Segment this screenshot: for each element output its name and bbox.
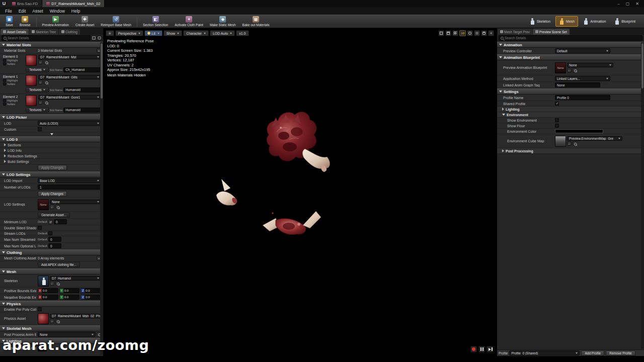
tab-asset-details[interactable]: Asset Details bbox=[1, 29, 29, 35]
scrollbar-thumb[interactable] bbox=[101, 43, 103, 99]
save-button[interactable]: Save bbox=[3, 16, 16, 27]
slot-name-field[interactable]: Humanoid bbox=[63, 108, 101, 113]
section-animation[interactable]: Animation bbox=[497, 42, 644, 48]
browse-to-asset-icon[interactable] bbox=[55, 205, 60, 209]
lod-settings-select[interactable]: None bbox=[50, 200, 101, 204]
menu-help[interactable]: Help bbox=[71, 9, 80, 14]
lod0-info-row[interactable]: LOD Info bbox=[0, 148, 103, 153]
subsection-environment[interactable]: Environment bbox=[497, 112, 644, 118]
lod0-reduction-row[interactable]: Reduction Settings bbox=[0, 153, 103, 159]
tab-preview-scene-settings[interactable]: Preview Scene Set bbox=[533, 29, 570, 35]
linked-anim-graph-tag-field[interactable]: None bbox=[555, 82, 600, 87]
bounds-y-field[interactable]: Y0.0 bbox=[59, 295, 80, 300]
browse-to-asset-icon[interactable] bbox=[573, 141, 577, 146]
minimize-button[interactable] bbox=[617, 2, 619, 6]
mode-mesh-button[interactable]: Mesh bbox=[555, 16, 578, 27]
skeleton-thumbnail[interactable] bbox=[38, 276, 49, 287]
tab-skeleton-tree[interactable]: Skeleton Tree bbox=[29, 29, 58, 35]
tab-clothing[interactable]: Clothing bbox=[59, 29, 80, 35]
lod0-build-row[interactable]: Build Settings bbox=[0, 159, 103, 164]
record-button[interactable] bbox=[470, 346, 477, 352]
profile-name-field[interactable]: Profile 0 bbox=[555, 95, 610, 100]
material-select[interactable]: D7_RaimeshMutant_Gills bbox=[38, 75, 101, 79]
browse-to-asset-icon[interactable] bbox=[573, 68, 577, 72]
preview-controller-select[interactable]: Default bbox=[555, 48, 610, 53]
use-selected-icon[interactable] bbox=[50, 319, 54, 323]
double-sided-shadow-checkbox[interactable] bbox=[38, 226, 42, 230]
make-static-mesh-button[interactable]: Make Static Mesh bbox=[207, 16, 238, 27]
mode-blueprint-button[interactable]: Blueprint bbox=[611, 16, 639, 27]
anim-bp-select[interactable]: None bbox=[567, 63, 613, 67]
filter-icon[interactable] bbox=[92, 36, 96, 40]
maximize-viewport-icon[interactable] bbox=[438, 30, 444, 36]
textures-button[interactable]: Textures bbox=[26, 107, 49, 113]
scrollbar-thumb[interactable] bbox=[641, 43, 643, 88]
section-lod-picker[interactable]: LOD Picker bbox=[0, 114, 103, 120]
step-forward-button[interactable] bbox=[487, 346, 493, 352]
section-lod-settings[interactable]: LOD Settings bbox=[0, 171, 103, 177]
apply-changes-button[interactable]: Apply Changes bbox=[38, 191, 67, 197]
remove-profile-button[interactable]: Remove Profile bbox=[606, 350, 635, 356]
textures-button[interactable]: Textures bbox=[26, 67, 49, 72]
material-thumbnail[interactable] bbox=[26, 75, 37, 86]
show-floor-checkbox[interactable] bbox=[555, 124, 559, 128]
physics-asset-thumbnail[interactable] bbox=[38, 313, 49, 324]
perspective-button[interactable]: Perspective bbox=[115, 30, 144, 36]
physics-asset-select[interactable]: D7_RaimeshMutant_Msh_02_Physics bbox=[50, 314, 101, 318]
lod-settings-thumbnail[interactable]: None bbox=[38, 199, 49, 210]
isolate-checkbox[interactable] bbox=[3, 103, 6, 106]
generate-asset-button[interactable]: Generate Asset... bbox=[38, 212, 70, 218]
section-clothing[interactable]: Clothing bbox=[0, 249, 103, 255]
isolate-checkbox[interactable] bbox=[3, 62, 6, 65]
browse-to-asset-icon[interactable] bbox=[44, 80, 48, 84]
shared-profile-checkbox[interactable] bbox=[555, 102, 559, 106]
isolate-checkbox[interactable] bbox=[3, 82, 6, 85]
window-tab-asset[interactable]: D7_RaimeshMutant_Msh_02 bbox=[42, 0, 105, 7]
use-selected-icon[interactable] bbox=[38, 60, 43, 64]
mesh-materials-hidden-toggle[interactable]: Mesh Materials Hidden bbox=[107, 73, 154, 78]
create-asset-button[interactable]: Create Asset bbox=[73, 16, 97, 27]
add-apex-clothing-button[interactable]: Add APEX clothing file... bbox=[38, 262, 80, 267]
show-menu-button[interactable]: Show bbox=[164, 30, 183, 36]
translate-snap-icon[interactable] bbox=[452, 30, 458, 36]
material-select[interactable]: D7_RaimeshMutant_Mst bbox=[38, 55, 101, 59]
menu-file[interactable]: File bbox=[5, 9, 12, 14]
textures-button[interactable]: Textures bbox=[26, 87, 49, 93]
lit-mode-button[interactable]: Lit bbox=[144, 30, 162, 36]
window-tab-level[interactable]: Bns-Sao-FD bbox=[8, 0, 42, 7]
section-material-slots[interactable]: Material Slots bbox=[0, 42, 103, 48]
material-thumbnail[interactable] bbox=[26, 95, 37, 106]
right-search-box[interactable] bbox=[499, 35, 642, 41]
preview-viewport[interactable]: Perspective Lit Show Character LOD Auto … bbox=[104, 28, 497, 356]
slot-name-field[interactable]: Humanoid bbox=[63, 87, 101, 93]
search-details-input[interactable] bbox=[505, 36, 640, 40]
post-process-anim-bp-select[interactable]: None bbox=[38, 332, 96, 337]
tab-mesh-target-preview[interactable]: Mesh Target Prev bbox=[498, 29, 532, 35]
viewport-options-button[interactable] bbox=[106, 30, 114, 36]
browse-to-asset-icon[interactable] bbox=[55, 281, 60, 286]
section-mesh[interactable]: Mesh bbox=[0, 268, 103, 275]
lod-import-select[interactable]: Base LOD bbox=[38, 178, 101, 183]
browse-to-asset-icon[interactable] bbox=[44, 100, 48, 105]
highlight-checkbox[interactable] bbox=[3, 79, 6, 82]
camera-speed-value[interactable]: 4 bbox=[488, 30, 494, 36]
section-lod0[interactable]: LOD 0 bbox=[0, 136, 103, 142]
maximize-button[interactable] bbox=[626, 2, 630, 6]
immersive-mode-icon[interactable] bbox=[445, 30, 451, 36]
cube-map-thumbnail[interactable] bbox=[555, 136, 566, 147]
lod-select[interactable]: Auto (LOD0) bbox=[38, 121, 101, 126]
use-selected-icon[interactable] bbox=[567, 141, 572, 146]
bake-out-materials-button[interactable]: Bake out Materials bbox=[240, 16, 272, 27]
environment-color-swatch[interactable] bbox=[555, 129, 603, 133]
stream-lods-checkbox[interactable] bbox=[48, 231, 52, 235]
menu-window[interactable]: Window bbox=[50, 9, 65, 14]
reimport-base-mesh-button[interactable]: Reimport Base Mesh bbox=[98, 16, 134, 27]
section-selection-button[interactable]: Section Selection bbox=[140, 16, 171, 27]
menu-asset[interactable]: Asset bbox=[32, 9, 43, 14]
menu-edit[interactable]: Edit bbox=[19, 9, 26, 14]
section-settings[interactable]: Settings bbox=[497, 88, 644, 95]
use-selected-icon[interactable] bbox=[38, 100, 43, 105]
material-thumbnail[interactable] bbox=[26, 55, 37, 66]
advanced-expander[interactable] bbox=[0, 132, 103, 136]
anim-bp-thumbnail[interactable]: None bbox=[555, 62, 566, 73]
